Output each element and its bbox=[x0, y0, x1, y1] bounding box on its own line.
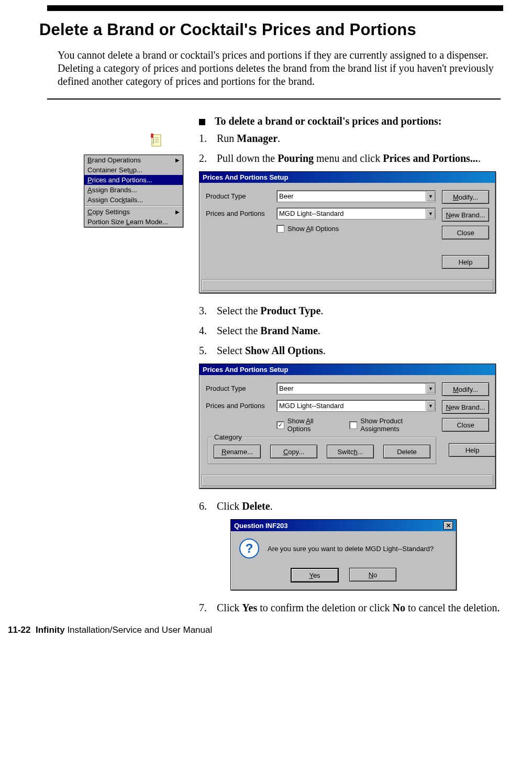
show-all-checkbox[interactable] bbox=[276, 225, 284, 233]
dialog-title: Question INF203 bbox=[234, 522, 288, 530]
modify-button[interactable]: Modify... bbox=[442, 382, 489, 396]
yes-button[interactable]: Yes bbox=[291, 568, 339, 583]
menu-separator bbox=[84, 205, 183, 206]
help-button[interactable]: Help bbox=[442, 255, 489, 269]
note-icon bbox=[151, 134, 162, 147]
menu-item-brand-operations[interactable]: Brand Operations ▶ bbox=[84, 155, 183, 165]
no-button[interactable]: No bbox=[349, 568, 396, 581]
menu-item-container-setup[interactable]: Container Setup... bbox=[84, 165, 183, 175]
step-2: 2.Pull down the Pouring menu and click P… bbox=[199, 151, 501, 165]
product-type-combo[interactable]: Beer ▼ bbox=[276, 382, 436, 394]
chevron-down-icon: ▼ bbox=[426, 383, 435, 393]
modify-button[interactable]: Modify... bbox=[442, 190, 489, 204]
prices-portions-dialog-2: Prices And Portions Setup Product Type B… bbox=[199, 364, 496, 489]
pouring-menu: Brand Operations ▶ Container Setup... Pr… bbox=[84, 155, 183, 227]
dialog-title: Prices And Portions Setup bbox=[203, 366, 289, 373]
bullet-icon bbox=[199, 119, 205, 125]
show-product-assignments-checkbox[interactable] bbox=[349, 421, 357, 429]
chevron-down-icon: ▼ bbox=[426, 191, 435, 201]
prices-portions-value: MGD Light--Standard bbox=[279, 402, 344, 410]
menu-item-learn-mode[interactable]: Portion Size Learn Mode... bbox=[84, 217, 183, 227]
divider bbox=[47, 98, 501, 100]
show-all-label: Show All Options bbox=[287, 417, 338, 433]
dialog-titlebar: Question INF203 ✕ bbox=[231, 520, 456, 531]
new-brand-button[interactable]: New Brand... bbox=[442, 208, 489, 222]
product-type-value: Beer bbox=[279, 192, 293, 200]
dialog-titlebar: Prices And Portions Setup bbox=[199, 364, 495, 375]
menu-item-assign-brands[interactable]: Assign Brands... bbox=[84, 185, 183, 195]
status-bar bbox=[202, 279, 493, 291]
dialog-title: Prices And Portions Setup bbox=[203, 173, 289, 181]
status-bar bbox=[202, 475, 493, 486]
rename-button[interactable]: Rename... bbox=[214, 445, 261, 458]
delete-button[interactable]: Delete bbox=[383, 445, 430, 458]
header-rule bbox=[47, 5, 503, 11]
prices-portions-value: MGD Light--Standard bbox=[279, 210, 344, 217]
close-button[interactable]: Close bbox=[442, 226, 489, 239]
prices-portions-combo[interactable]: MGD Light--Standard ▼ bbox=[276, 400, 436, 412]
show-all-checkbox[interactable]: ✓ bbox=[276, 421, 284, 429]
prices-portions-label: Prices and Portions bbox=[206, 402, 276, 410]
product-type-value: Beer bbox=[279, 385, 293, 392]
prices-portions-combo[interactable]: MGD Light--Standard ▼ bbox=[276, 207, 436, 219]
menu-item-prices-portions[interactable]: Prices and Portions... bbox=[84, 175, 183, 185]
show-all-label: Show All Options bbox=[287, 225, 339, 233]
step-3: 3.Select the Product Type. bbox=[199, 304, 501, 317]
confirm-delete-dialog: Question INF203 ✕ ? Are you sure you wan… bbox=[230, 519, 457, 590]
category-group-label: Category bbox=[213, 433, 243, 441]
prices-portions-dialog-1: Prices And Portions Setup Product Type B… bbox=[199, 171, 496, 293]
menu-item-assign-cocktails[interactable]: Assign Cocktails... bbox=[84, 195, 183, 205]
step-1: 1.Run Manager. bbox=[199, 131, 501, 145]
menu-item-copy-settings[interactable]: Copy Settings ▶ bbox=[84, 207, 183, 217]
chevron-down-icon: ▼ bbox=[426, 401, 435, 411]
question-text: Are you sure you want to delete MGD Ligh… bbox=[268, 545, 434, 553]
step-6: 6.Click Delete. bbox=[199, 499, 501, 513]
close-button[interactable]: Close bbox=[442, 418, 489, 432]
page-title: Delete a Brand or Cocktail's Prices and … bbox=[39, 20, 501, 39]
step-5: 5.Select Show All Options. bbox=[199, 344, 501, 357]
question-icon: ? bbox=[239, 539, 259, 558]
copy-button[interactable]: Copy... bbox=[270, 445, 317, 458]
product-type-combo[interactable]: Beer ▼ bbox=[276, 190, 436, 202]
help-button[interactable]: Help bbox=[449, 443, 496, 457]
page-footer: 11-22 Infinity Installation/Service and … bbox=[8, 625, 501, 635]
close-icon[interactable]: ✕ bbox=[444, 521, 453, 530]
prices-portions-label: Prices and Portions bbox=[206, 210, 276, 217]
chevron-down-icon: ▼ bbox=[426, 208, 435, 218]
submenu-arrow-icon: ▶ bbox=[175, 209, 180, 215]
task-heading: To delete a brand or cocktail's prices a… bbox=[199, 115, 501, 127]
new-brand-button[interactable]: New Brand... bbox=[442, 400, 489, 414]
switch-button[interactable]: Switch... bbox=[327, 445, 374, 458]
submenu-arrow-icon: ▶ bbox=[175, 157, 180, 163]
show-product-assignments-label: Show Product Assignments bbox=[360, 417, 442, 433]
intro-paragraph: You cannot delete a brand or cocktail's … bbox=[58, 49, 501, 88]
step-4: 4.Select the Brand Name. bbox=[199, 324, 501, 337]
svg-rect-1 bbox=[151, 134, 153, 138]
product-type-label: Product Type bbox=[206, 385, 276, 392]
dialog-titlebar: Prices And Portions Setup bbox=[199, 172, 495, 183]
step-7: 7.Click Yes to confirm the deletion or c… bbox=[199, 601, 501, 614]
product-type-label: Product Type bbox=[206, 192, 276, 200]
